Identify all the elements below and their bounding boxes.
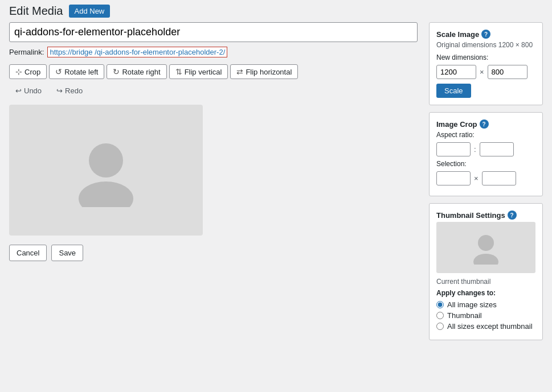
radio-all-sizes: All image sizes — [436, 300, 535, 309]
radio-thumbnail-input[interactable] — [436, 312, 444, 319]
radio-except-thumbnail: All sizes except thumbnail — [436, 322, 535, 331]
image-crop-section: Image Crop ? Aspect ratio: : Selection: … — [429, 112, 543, 196]
thumbnail-preview — [436, 222, 535, 273]
scale-width-input[interactable] — [436, 65, 476, 79]
aspect-separator: : — [474, 145, 476, 154]
selection-separator: × — [474, 174, 479, 183]
undo-button[interactable]: ↩ Undo — [9, 84, 48, 98]
selection-width-input[interactable] — [436, 171, 471, 185]
selection-row: × — [436, 171, 535, 185]
flip-horizontal-button[interactable]: ⇄ Flip horizontal — [230, 64, 298, 79]
apply-changes-label: Apply changes to: — [436, 289, 535, 297]
main-panel: Permalink: https://bridge /qi-addons-for… — [9, 22, 418, 347]
permalink-label: Permalink: — [9, 48, 44, 56]
selection-height-input[interactable] — [482, 171, 516, 185]
svg-point-2 — [478, 235, 494, 251]
aspect-height-input[interactable] — [480, 142, 514, 156]
dimensions-separator: × — [480, 68, 484, 76]
scale-image-help-icon[interactable]: ? — [481, 30, 490, 39]
rotate-right-button[interactable]: ↻ Rotate right — [107, 64, 166, 79]
permalink-link-wrapper: https://bridge /qi-addons-for-elementor-… — [47, 47, 227, 57]
svg-point-0 — [89, 143, 123, 178]
scale-button[interactable]: Scale — [436, 84, 471, 98]
add-new-button[interactable]: Add New — [69, 5, 111, 18]
scale-image-section: Scale Image ? Original dimensions 1200 ×… — [429, 22, 543, 105]
image-crop-help-icon[interactable]: ? — [480, 119, 489, 129]
action-buttons: Cancel Save — [9, 245, 418, 261]
thumbnail-settings-help-icon[interactable]: ? — [508, 211, 517, 220]
thumbnail-avatar-svg — [469, 230, 503, 265]
svg-point-3 — [473, 254, 498, 265]
undo-icon: ↩ — [15, 86, 22, 95]
aspect-ratio-label: Aspect ratio: — [436, 131, 535, 139]
save-button[interactable]: Save — [51, 245, 83, 261]
thumbnail-settings-section: Thumbnail Settings ? Current thumbnail A… — [429, 203, 543, 340]
cancel-button[interactable]: Cancel — [9, 245, 47, 261]
aspect-ratio-row: : — [436, 142, 535, 156]
page-title: Edit Media — [9, 5, 63, 18]
radio-all-sizes-label: All image sizes — [447, 300, 497, 309]
radio-all-sizes-input[interactable] — [436, 301, 444, 308]
redo-icon: ↪ — [56, 86, 63, 95]
radio-thumbnail-label: Thumbnail — [447, 311, 482, 320]
current-thumbnail-label: Current thumbnail — [436, 278, 535, 286]
permalink-row: Permalink: https://bridge /qi-addons-for… — [9, 47, 418, 57]
thumbnail-settings-title: Thumbnail Settings ? — [436, 211, 535, 220]
flip-vertical-button[interactable]: ⇅ Flip vertical — [169, 64, 228, 79]
crop-button[interactable]: ⊹ Crop — [9, 64, 47, 79]
scale-height-input[interactable] — [488, 65, 528, 79]
radio-thumbnail: Thumbnail — [436, 311, 535, 320]
selection-label: Selection: — [436, 160, 535, 168]
dimensions-row: × — [436, 65, 535, 79]
rotate-left-icon: ↺ — [55, 67, 62, 76]
aspect-width-input[interactable] — [436, 142, 471, 156]
radio-except-thumbnail-input[interactable] — [436, 323, 444, 330]
filename-input[interactable] — [9, 22, 418, 42]
new-dimensions-label: New dimensions: — [436, 53, 535, 61]
side-panel: Scale Image ? Original dimensions 1200 ×… — [429, 22, 543, 347]
toolbar: ⊹ Crop ↺ Rotate left ↻ Rotate right ⇅ Fl… — [9, 64, 418, 79]
flip-horizontal-icon: ⇄ — [236, 67, 243, 76]
redo-button[interactable]: ↪ Redo — [50, 84, 89, 98]
crop-icon: ⊹ — [15, 67, 22, 76]
radio-except-thumbnail-label: All sizes except thumbnail — [447, 322, 533, 331]
image-preview — [9, 105, 203, 236]
permalink-link[interactable]: https://bridge /qi-addons-for-elementor-… — [50, 48, 225, 56]
svg-point-1 — [79, 181, 133, 207]
placeholder-avatar-svg — [69, 133, 143, 207]
scale-image-title: Scale Image ? — [436, 30, 535, 39]
rotate-right-icon: ↻ — [113, 67, 120, 76]
flip-vertical-icon: ⇅ — [175, 67, 182, 76]
image-crop-title: Image Crop ? — [436, 119, 535, 129]
undo-redo-row: ↩ Undo ↪ Redo — [9, 84, 418, 98]
rotate-left-button[interactable]: ↺ Rotate left — [49, 64, 104, 79]
scale-image-desc: Original dimensions 1200 × 800 — [436, 41, 535, 49]
